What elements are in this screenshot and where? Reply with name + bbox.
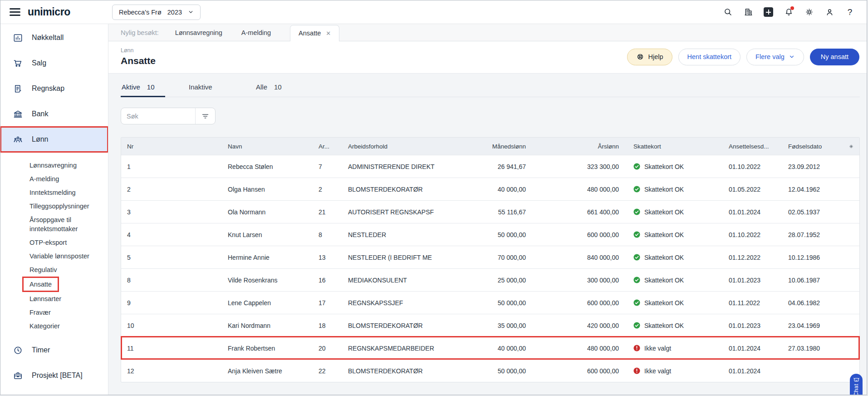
sidebar-item-timer[interactable]: Timer xyxy=(0,337,108,363)
help-icon[interactable]: ? xyxy=(845,7,855,17)
table-row[interactable]: 10 Kari Nordmann 18 BLOMSTERDEKORATØR 35… xyxy=(121,314,859,337)
hamburger-menu-icon[interactable] xyxy=(10,8,20,16)
help-button[interactable]: Hjelp xyxy=(627,49,672,65)
bank-icon xyxy=(13,109,23,119)
more-options-button[interactable]: Flere valg xyxy=(746,49,804,65)
topbar-icons: ? xyxy=(723,7,855,17)
cell-fodselsdato: 23.04.1969 xyxy=(788,322,849,329)
cell-ansettelsesdato: 01.11.2022 xyxy=(729,299,788,307)
table-row[interactable]: 4 Knut Larsen 8 NESTLEDER 50 000,00 600 … xyxy=(121,223,859,246)
recent-link-lonnsavregning[interactable]: Lønnsavregning xyxy=(175,29,222,41)
recent-link-amelding[interactable]: A-melding xyxy=(241,29,271,41)
sidebar-subitem[interactable]: OTP-eksport xyxy=(29,236,98,249)
clock-icon xyxy=(13,345,23,356)
cell-arslonn: 480 000,00 xyxy=(526,186,619,193)
chat-robot-icon xyxy=(853,376,860,382)
col-ar[interactable]: Ar... xyxy=(319,143,348,150)
sidebar-subitem[interactable]: Ansatte xyxy=(24,278,58,291)
sidebar-item-salg[interactable]: Salg xyxy=(0,50,108,76)
table-row[interactable]: 9 Lene Cappelen 17 REGNSKAPSSJEF 50 000,… xyxy=(121,291,859,314)
cell-nr: 4 xyxy=(121,231,228,238)
search-icon[interactable] xyxy=(723,7,733,17)
table-row[interactable]: 11 Frank Robertsen 20 REGNSKAPSMEDARBEID… xyxy=(121,337,859,359)
cell-nr: 9 xyxy=(121,299,228,307)
cell-navn: Hermine Annie xyxy=(228,254,319,261)
cell-fodselsdato: 23.09.2012 xyxy=(788,163,849,170)
table-row[interactable]: 3 Ola Normann 21 AUTORISERT REGNSKAPSF 5… xyxy=(121,200,859,223)
status-ok-check-icon xyxy=(633,163,640,170)
table-row[interactable]: 8 Vilde Rosenkrans 16 MEDIAKONSULENT 25 … xyxy=(121,268,859,291)
sidebar-subitem[interactable]: Fravær xyxy=(29,306,98,319)
sidebar-subitem[interactable]: Inntektsmelding xyxy=(29,186,98,199)
close-icon[interactable]: ✕ xyxy=(326,30,331,37)
sidebar-subitem[interactable]: Variable lønnsposter xyxy=(29,249,98,263)
briefcase-icon xyxy=(13,371,23,381)
document-icon xyxy=(13,84,23,94)
cell-skattekort: Skattekort OK xyxy=(619,299,729,307)
chat-tab[interactable]: Chat xyxy=(850,374,863,395)
cell-arbeidsforhold: REGNSKAPSSJEF xyxy=(348,299,481,307)
employee-table: Nr Navn Ar... Arbeidsforhold Månedslønn … xyxy=(121,137,860,382)
company-year: 2023 xyxy=(167,9,182,16)
col-skattekort[interactable]: Skattekort xyxy=(619,143,729,150)
cell-skattekort: Skattekort OK xyxy=(619,322,729,329)
cell-ansettelsesdato: 01.12.2022 xyxy=(729,254,788,261)
filter-icon[interactable] xyxy=(195,108,215,124)
notifications-bell-icon[interactable] xyxy=(784,7,794,17)
sidebar-item-nokkeltall[interactable]: Nøkkeltall xyxy=(0,25,108,50)
page-title: Ansatte xyxy=(121,55,156,66)
chevron-down-icon xyxy=(188,9,194,15)
tab-inaktive[interactable]: Inaktive xyxy=(188,83,232,97)
sidebar-subitem[interactable]: A-melding xyxy=(29,172,98,186)
table-row[interactable]: 2 Olga Hansen 2 BLOMSTERDEKORATØR 40 000… xyxy=(121,178,859,200)
search-input[interactable] xyxy=(121,113,195,120)
tab-aktive[interactable]: Aktive 10 xyxy=(121,83,165,97)
cell-ansettelsesdato: 01.01.2024 xyxy=(729,367,788,375)
sidebar-subitem[interactable]: Kategorier xyxy=(29,319,98,333)
new-employee-button[interactable]: Ny ansatt xyxy=(810,49,859,65)
tab-aktive-count: 10 xyxy=(147,83,155,91)
sidebar-item-bank[interactable]: Bank xyxy=(0,101,108,127)
sidebar-subitem[interactable]: Lønnsarter xyxy=(29,292,98,306)
cell-ansettelsesdato: 01.10.2022 xyxy=(729,231,788,238)
col-fodselsdato[interactable]: Fødselsdato xyxy=(788,143,849,150)
cell-arslonn: 600 000,00 xyxy=(526,231,619,238)
cell-arslonn: 323 300,00 xyxy=(526,163,619,170)
sidebar-item-regnskap[interactable]: Regnskap xyxy=(0,76,108,101)
sidebar-item-lonn[interactable]: Lønn xyxy=(0,127,108,152)
company-selector[interactable]: Rebecca's Frø 2023 xyxy=(112,5,201,20)
fetch-taxcards-button[interactable]: Hent skattekort xyxy=(678,49,741,65)
add-icon[interactable] xyxy=(764,7,773,17)
cell-manedslonn: 40 000,00 xyxy=(481,345,526,352)
tab-alle[interactable]: Alle 10 xyxy=(255,83,299,97)
sidebar-subitem[interactable]: Tilleggsopplysninger xyxy=(29,199,98,213)
sidebar-subitem[interactable]: Regulativ xyxy=(29,263,98,277)
sidebar-subitem[interactable]: Årsoppgave til inntektsmottaker xyxy=(29,213,98,236)
lifebuoy-icon xyxy=(636,53,644,61)
col-nr[interactable]: Nr xyxy=(121,143,228,150)
table-row[interactable]: 12 Anja Kleiven Sætre 22 BLOMSTERDEKORAT… xyxy=(121,359,859,382)
user-profile-icon[interactable] xyxy=(824,7,834,17)
settings-gear-icon[interactable] xyxy=(804,7,814,17)
cell-nr: 2 xyxy=(121,186,228,193)
column-settings-gear-icon[interactable] xyxy=(849,143,853,150)
col-arslonn[interactable]: Årslønn xyxy=(526,143,619,150)
sidebar-item-prosjekt[interactable]: Prosjekt [BETA] xyxy=(0,363,108,388)
cell-arbeidsforhold: ADMINISTRERENDE DIREKT xyxy=(348,163,481,170)
col-manedslonn[interactable]: Månedslønn xyxy=(481,143,526,150)
sidebar-subitem[interactable]: Lønnsavregning xyxy=(29,158,98,172)
tab-ansatte[interactable]: Ansatte ✕ xyxy=(290,25,339,41)
cell-manedslonn: 26 941,67 xyxy=(481,163,526,170)
table-row[interactable]: 5 Hermine Annie 13 NESTLEDER (I BEDRIFT … xyxy=(121,246,859,268)
table-row[interactable]: 1 Rebecca Stølen 7 ADMINISTRERENDE DIREK… xyxy=(121,155,859,178)
col-navn[interactable]: Navn xyxy=(228,143,319,150)
company-building-icon[interactable] xyxy=(743,7,753,17)
cell-ar: 21 xyxy=(319,208,348,216)
chevron-down-icon xyxy=(789,54,795,60)
notification-badge xyxy=(790,6,794,10)
cell-arbeidsforhold: BLOMSTERDEKORATØR xyxy=(348,322,481,329)
cell-ar: 13 xyxy=(319,254,348,261)
col-arbeidsforhold[interactable]: Arbeidsforhold xyxy=(348,143,481,150)
col-ansettelsesdato[interactable]: Ansettelsesd... xyxy=(729,143,788,150)
cell-ar: 17 xyxy=(319,299,348,307)
